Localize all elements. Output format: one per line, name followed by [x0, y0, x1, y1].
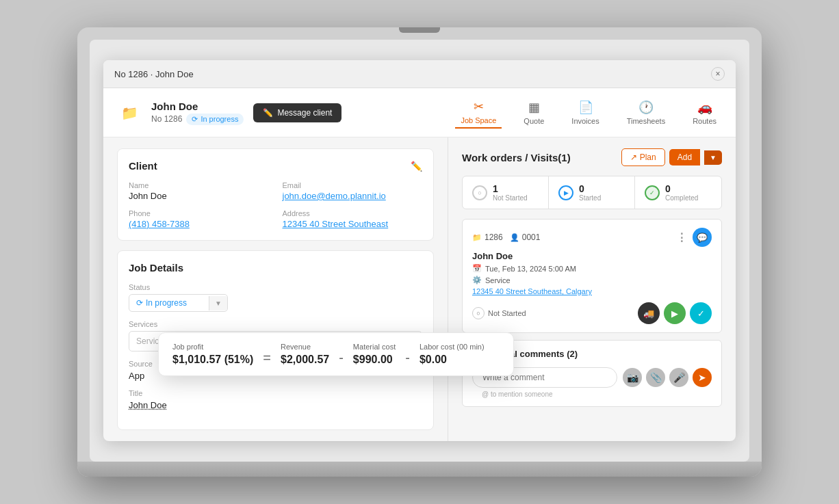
material-cost-value: $990.00: [353, 354, 396, 366]
status-select-arrow[interactable]: ▼: [209, 296, 227, 310]
wo-chat-button[interactable]: 💬: [693, 228, 712, 247]
started-label: Started: [579, 194, 601, 202]
status-not-started[interactable]: ○ 1 Not Started: [463, 176, 549, 209]
spinner-icon: ⟳: [192, 115, 198, 124]
phone-label: Phone: [129, 209, 269, 217]
eq-operator: =: [253, 350, 281, 366]
email-value[interactable]: john.doe@demo.plannit.io: [283, 191, 423, 201]
wo-address[interactable]: 12345 40 Street Southeast, Calgary: [472, 287, 712, 295]
tab-routes-label: Routes: [693, 117, 717, 125]
add-button[interactable]: Add: [669, 149, 700, 165]
job-number-label: No 1286: [151, 114, 182, 124]
completed-count: 0: [665, 183, 698, 194]
title-label: Title: [129, 389, 422, 397]
tab-job-space-label: Job Space: [461, 116, 496, 124]
wo-play-button[interactable]: ▶: [664, 302, 686, 324]
minus1-operator: -: [329, 350, 353, 366]
completed-circle: ✓: [645, 185, 660, 200]
wo-client-name: John Doe: [472, 251, 712, 261]
status-started[interactable]: ▶ 0 Started: [549, 176, 635, 209]
wo-status-text: Not Started: [488, 309, 526, 317]
edit-client-icon[interactable]: ✏️: [411, 161, 422, 172]
wo-menu-button[interactable]: ⋮: [676, 231, 687, 244]
attach-button[interactable]: 📎: [646, 368, 665, 387]
tab-timesheets-label: Timesheets: [627, 117, 665, 125]
labor-cost-label: Labor cost (00 min): [419, 343, 485, 351]
job-profit-value: $1,010.57 (51%): [172, 354, 253, 366]
status-label-text: In progress: [201, 115, 238, 123]
profit-popup: Job profit $1,010.57 (51%) = Revenue $2,…: [158, 332, 514, 376]
job-profit-label: Job profit: [172, 343, 253, 351]
name-label: Name: [129, 181, 269, 189]
revenue-value: $2,000.57: [281, 354, 329, 366]
started-circle: ▶: [558, 185, 573, 200]
tab-quote[interactable]: ▦ Quote: [518, 97, 550, 128]
plan-icon: ↗: [630, 152, 637, 162]
tab-timesheets[interactable]: 🕐 Timesheets: [621, 97, 671, 128]
client-name: John Doe: [151, 101, 244, 112]
message-icon: ✏️: [263, 108, 273, 118]
job-details-title: Job Details: [129, 262, 183, 274]
wo-service-value: Service: [485, 276, 511, 284]
address-value[interactable]: 12345 40 Street Southeast: [283, 219, 423, 229]
revenue-label: Revenue: [281, 343, 329, 351]
close-button[interactable]: ×: [711, 67, 725, 81]
wo-ids: 📁 1286 👤 0001: [472, 233, 540, 242]
status-spinner-icon: ⟳: [136, 298, 143, 308]
completed-label: Completed: [665, 194, 698, 202]
wo-truck-button[interactable]: 🚚: [638, 302, 660, 324]
plan-btn-label: Plan: [640, 152, 656, 162]
add-dropdown-button[interactable]: ▼: [704, 150, 722, 165]
wo-date-value: Tue, Feb 13, 2024 5:00 AM: [485, 265, 576, 273]
status-select-wrapper[interactable]: ⟳ In progress ▼: [129, 294, 228, 312]
message-client-button[interactable]: ✏️ Message client: [253, 103, 341, 122]
services-form-label: Services: [129, 320, 422, 328]
tools-icon: ⚙️: [472, 276, 482, 284]
address-label: Address: [283, 209, 423, 217]
wo-status-badge: ○ Not Started: [472, 307, 526, 319]
status-completed[interactable]: ✓ 0 Completed: [635, 176, 721, 209]
labor-cost-value: $0.00: [419, 354, 485, 366]
mic-button[interactable]: 🎤: [669, 368, 688, 387]
message-btn-label: Message client: [277, 108, 332, 118]
status-select-value: In progress: [146, 298, 187, 308]
wo-status-icon: ○: [472, 307, 485, 319]
quote-icon: ▦: [528, 100, 540, 115]
not-started-circle: ○: [472, 185, 487, 200]
wo-folder-icon: 📁: [472, 233, 482, 242]
tab-job-space[interactable]: ✂ Job Space: [455, 96, 502, 129]
invoices-icon: 📄: [578, 100, 593, 115]
minus2-operator: -: [396, 350, 419, 366]
wo-complete-button[interactable]: ✓: [690, 302, 712, 324]
status-select-inner: ⟳ In progress: [129, 295, 209, 311]
timesheets-icon: 🕐: [638, 100, 654, 115]
status-form-label: Status: [129, 283, 422, 291]
folder-icon: 📁: [117, 101, 142, 125]
not-started-count: 1: [493, 183, 528, 194]
modal-title: No 1286 · John Doe: [114, 69, 194, 79]
calendar-icon: 📅: [472, 264, 482, 273]
not-started-label: Not Started: [493, 194, 528, 202]
wo-visit-id: 0001: [522, 233, 541, 242]
email-label: Email: [283, 181, 423, 189]
plan-button[interactable]: ↗ Plan: [621, 148, 665, 166]
tab-quote-label: Quote: [524, 117, 544, 125]
tab-invoices-label: Invoices: [571, 117, 599, 125]
job-space-icon: ✂: [474, 99, 484, 114]
send-button[interactable]: ➤: [693, 368, 712, 387]
work-order-card: 📁 1286 👤 0001 ⋮ 💬: [462, 219, 722, 333]
camera-button[interactable]: 📷: [623, 368, 642, 387]
work-orders-title: Work orders / Visits(1): [462, 152, 571, 163]
routes-icon: 🚗: [697, 100, 712, 115]
mention-hint: @ to mention someone: [472, 390, 712, 398]
name-value: John Doe: [129, 191, 269, 201]
tab-routes[interactable]: 🚗 Routes: [687, 97, 722, 128]
tab-invoices[interactable]: 📄 Invoices: [566, 97, 604, 128]
status-counts-container: ○ 1 Not Started ▶ 0 Started: [462, 176, 722, 209]
wo-person-icon: 👤: [510, 233, 519, 242]
client-section-title: Client: [129, 160, 157, 172]
window-title-text: No 1286 · John Doe: [114, 69, 194, 79]
started-count: 0: [579, 183, 601, 194]
phone-value[interactable]: (418) 458-7388: [129, 219, 269, 229]
title-value: John Doe: [129, 400, 422, 410]
